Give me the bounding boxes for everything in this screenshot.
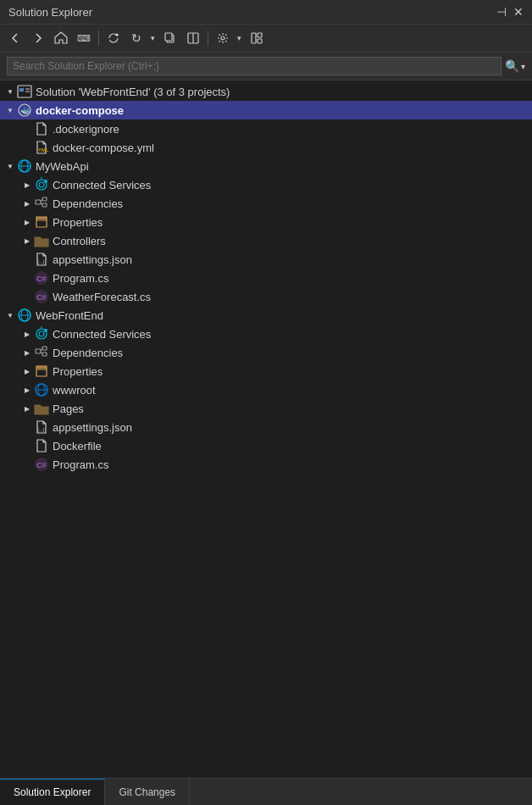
expander-webfrontend-pages[interactable]: ▶ bbox=[20, 402, 34, 415]
svg-text:{...}: {...} bbox=[37, 259, 44, 264]
expander-mywebapi-appsettings[interactable] bbox=[20, 253, 34, 266]
expander-webfrontend-props[interactable]: ▶ bbox=[20, 364, 34, 378]
label-mywebapi: MyWebApi bbox=[36, 160, 89, 173]
expander-docker-compose[interactable]: ▼ bbox=[3, 103, 17, 117]
expander-dockerignore[interactable] bbox=[20, 122, 34, 136]
search-input[interactable] bbox=[7, 57, 502, 75]
expander-webfrontend-program[interactable] bbox=[20, 458, 34, 471]
svg-rect-10 bbox=[19, 88, 24, 92]
icon-mywebapi-controllers bbox=[34, 233, 49, 248]
svg-text:{...}: {...} bbox=[37, 427, 44, 432]
split-button[interactable] bbox=[183, 28, 203, 48]
svg-point-38 bbox=[39, 331, 44, 336]
tree-item-webfrontend-connected[interactable]: ▶Connected Services bbox=[0, 325, 532, 343]
label-webfrontend-program: Program.cs bbox=[53, 458, 108, 471]
title-bar-title: Solution Explorer bbox=[8, 6, 92, 19]
icon-webfrontend bbox=[17, 308, 32, 323]
svg-rect-2 bbox=[165, 33, 172, 41]
settings-button[interactable] bbox=[213, 28, 233, 48]
code-icon[interactable]: ⌨ bbox=[74, 28, 94, 48]
icon-webfrontend-pages bbox=[34, 401, 49, 416]
expander-webfrontend-deps[interactable]: ▶ bbox=[20, 346, 34, 359]
icon-webfrontend-appsettings: {...} bbox=[34, 419, 49, 435]
icon-webfrontend-props bbox=[34, 364, 49, 379]
back-button[interactable] bbox=[5, 28, 25, 48]
settings-dropdown-arrow[interactable]: ▾ bbox=[234, 28, 244, 48]
icon-webfrontend-program: C# bbox=[34, 457, 49, 472]
tree-item-dockerignore[interactable]: .dockerignore bbox=[0, 119, 532, 138]
tree-item-docker-compose-yml[interactable]: YMLdocker-compose.yml bbox=[0, 138, 532, 157]
svg-point-5 bbox=[221, 36, 224, 40]
title-bar-left: Solution Explorer bbox=[8, 6, 92, 19]
title-bar-right: ⊣ ✕ bbox=[496, 5, 524, 19]
expander-webfrontend-dockerfile[interactable] bbox=[20, 439, 34, 452]
icon-docker-compose: 🐳 bbox=[17, 103, 32, 118]
tree-item-webfrontend-pages[interactable]: ▶Pages bbox=[0, 399, 532, 418]
svg-text:C#: C# bbox=[36, 461, 47, 469]
tree-item-mywebapi[interactable]: ▼MyWebApi bbox=[0, 157, 532, 175]
label-mywebapi-weather: WeatherForecast.cs bbox=[53, 291, 151, 303]
search-icon[interactable]: 🔍 bbox=[505, 59, 519, 73]
tab-solution-explorer[interactable]: Solution Explorer bbox=[0, 779, 105, 805]
refresh-dropdown-arrow[interactable]: ▾ bbox=[147, 28, 158, 48]
tree-item-mywebapi-props[interactable]: ▶Properties bbox=[0, 213, 532, 231]
expander-mywebapi-connected[interactable]: ▶ bbox=[20, 178, 34, 192]
expander-webfrontend-wwwroot[interactable]: ▶ bbox=[20, 383, 34, 397]
expander-webfrontend[interactable]: ▼ bbox=[3, 308, 17, 322]
search-dropdown-arrow[interactable]: ▾ bbox=[521, 62, 525, 71]
expander-webfrontend-connected[interactable]: ▶ bbox=[20, 327, 34, 341]
copy-button[interactable] bbox=[160, 28, 180, 48]
tree-item-mywebapi-appsettings[interactable]: {...}appsettings.json bbox=[0, 250, 532, 269]
expander-mywebapi-deps[interactable]: ▶ bbox=[20, 197, 34, 210]
tree-item-solution[interactable]: ▼ Solution 'WebFrontEnd' (3 of 3 project… bbox=[0, 82, 532, 101]
svg-rect-43 bbox=[42, 353, 47, 356]
icon-mywebapi-appsettings: {...} bbox=[34, 252, 49, 267]
layout-button[interactable] bbox=[247, 28, 267, 48]
label-webfrontend-connected: Connected Services bbox=[53, 328, 151, 341]
tree-item-webfrontend-dockerfile[interactable]: Dockerfile bbox=[0, 436, 532, 455]
label-mywebapi-connected: Connected Services bbox=[53, 179, 151, 192]
svg-rect-24 bbox=[42, 197, 47, 201]
expander-mywebapi-props[interactable]: ▶ bbox=[20, 215, 34, 229]
settings-dropdown[interactable]: ▾ bbox=[213, 28, 244, 48]
tree-item-webfrontend[interactable]: ▼WebFrontEnd bbox=[0, 306, 532, 325]
solution-tree: ▼ Solution 'WebFrontEnd' (3 of 3 project… bbox=[0, 80, 532, 778]
label-webfrontend-dockerfile: Dockerfile bbox=[53, 440, 102, 452]
svg-rect-41 bbox=[36, 349, 41, 353]
tree-item-mywebapi-program[interactable]: C#Program.cs bbox=[0, 269, 532, 287]
label-mywebapi-program: Program.cs bbox=[53, 272, 108, 285]
expander-docker-compose-yml[interactable] bbox=[20, 141, 34, 154]
tab-git-changes[interactable]: Git Changes bbox=[105, 779, 190, 805]
expander-mywebapi-controllers[interactable]: ▶ bbox=[20, 234, 34, 247]
tree-item-mywebapi-connected[interactable]: ▶Connected Services bbox=[0, 175, 532, 194]
svg-rect-23 bbox=[36, 200, 41, 204]
svg-text:C#: C# bbox=[36, 293, 47, 302]
tree-item-webfrontend-props[interactable]: ▶Properties bbox=[0, 362, 532, 380]
icon-dockerignore bbox=[34, 121, 49, 136]
forward-button[interactable] bbox=[28, 28, 48, 48]
close-icon[interactable]: ✕ bbox=[513, 5, 524, 19]
tree-item-webfrontend-deps[interactable]: ▶Dependencies bbox=[0, 343, 532, 362]
expander-mywebapi-weather[interactable] bbox=[20, 290, 34, 303]
tree-item-webfrontend-wwwroot[interactable]: ▶wwwroot bbox=[0, 380, 532, 399]
label-dockerignore: .dockerignore bbox=[53, 123, 119, 136]
tree-item-webfrontend-appsettings[interactable]: {...}appsettings.json bbox=[0, 418, 532, 436]
title-bar: Solution Explorer ⊣ ✕ bbox=[0, 0, 532, 25]
home-button[interactable] bbox=[51, 28, 71, 48]
search-bar: 🔍 ▾ bbox=[0, 53, 532, 80]
expander-webfrontend-appsettings[interactable] bbox=[20, 420, 34, 434]
refresh-dropdown[interactable]: ↻ ▾ bbox=[126, 28, 158, 48]
tree-item-mywebapi-controllers[interactable]: ▶Controllers bbox=[0, 231, 532, 250]
expander-mywebapi[interactable]: ▼ bbox=[3, 159, 17, 173]
tree-item-mywebapi-weather[interactable]: C#WeatherForecast.cs bbox=[0, 287, 532, 306]
label-mywebapi-props: Properties bbox=[53, 216, 103, 229]
sync-button[interactable] bbox=[103, 28, 124, 48]
tree-item-mywebapi-deps[interactable]: ▶Dependencies bbox=[0, 194, 532, 213]
label-webfrontend-deps: Dependencies bbox=[53, 347, 123, 359]
tree-item-webfrontend-program[interactable]: C#Program.cs bbox=[0, 455, 532, 474]
expander-solution[interactable]: ▼ bbox=[3, 85, 17, 98]
refresh-button[interactable]: ↻ bbox=[126, 28, 147, 48]
tree-item-docker-compose[interactable]: ▼🐳docker-compose bbox=[0, 101, 532, 119]
expander-mywebapi-program[interactable] bbox=[20, 271, 34, 285]
pin-icon[interactable]: ⊣ bbox=[496, 5, 507, 19]
